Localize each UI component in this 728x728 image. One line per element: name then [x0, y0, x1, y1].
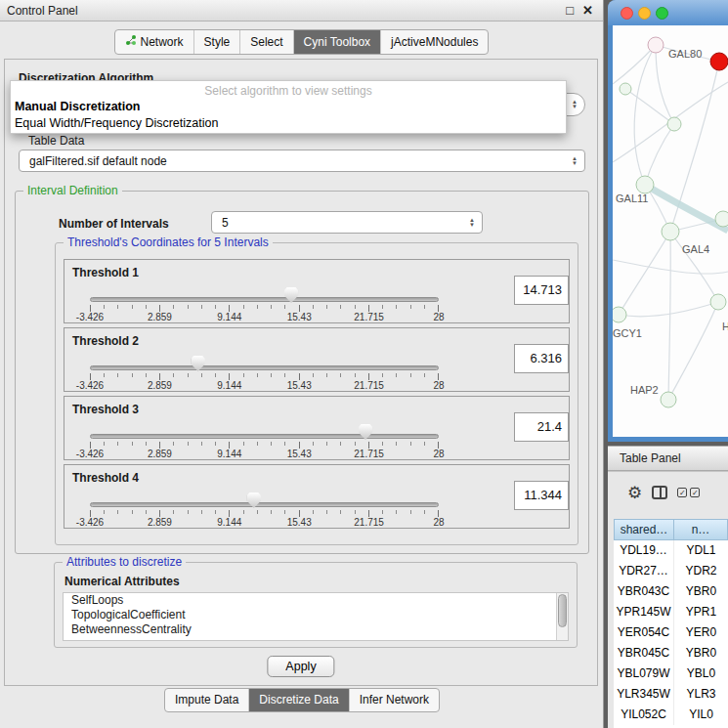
tab-style[interactable]: Style — [193, 30, 240, 54]
select-columns-icon[interactable]: ✓ ✓ — [677, 488, 700, 497]
node-gal4[interactable] — [662, 223, 679, 240]
close-icon[interactable]: ✕ — [582, 3, 593, 18]
slider-tick-labels: -3.4262.8599.14415.4321.71528 — [90, 517, 439, 529]
table-cell: YPR145W — [614, 602, 674, 622]
node[interactable] — [715, 211, 728, 227]
threshold-1-slider[interactable]: -3.4262.8599.14415.4321.71528 — [90, 287, 439, 322]
node-gal80[interactable] — [648, 37, 664, 53]
threshold-3-slider[interactable]: -3.4262.8599.14415.4321.71528 — [90, 424, 439, 459]
tick-label: 15.43 — [287, 380, 312, 391]
tick-label: -3.426 — [76, 312, 104, 322]
tab-network[interactable]: Network — [115, 30, 193, 54]
table-cell: YLR3 — [674, 684, 728, 705]
table-data-select[interactable]: galFiltered.sif default node ▲▼ — [19, 150, 585, 172]
slider-tick-labels: -3.4262.8599.14415.4321.71528 — [90, 449, 439, 460]
table-cell: YBR045C — [614, 643, 674, 664]
threshold-value-field[interactable]: 11.344 — [514, 481, 569, 510]
slider-track[interactable] — [90, 365, 439, 370]
node[interactable] — [620, 83, 631, 95]
slider-track[interactable] — [90, 502, 439, 507]
node[interactable] — [710, 294, 726, 310]
table-row[interactable]: YER054CYER0 — [614, 622, 728, 643]
threshold-label: Threshold 3 — [72, 403, 139, 416]
slider-track[interactable] — [90, 434, 439, 439]
bottom-tabbar: Impute Data Discretize Data Infer Networ… — [0, 688, 604, 712]
tab-infer-network[interactable]: Infer Network — [349, 689, 439, 711]
attribute-list-item[interactable]: SelfLoops — [64, 593, 568, 608]
table-cell: YDR27… — [614, 561, 674, 581]
columns-icon[interactable] — [652, 486, 667, 499]
table-row[interactable]: YBR043CYBR0 — [614, 581, 728, 602]
node-gcy1[interactable] — [613, 307, 626, 322]
combo-arrows-icon: ▲▼ — [466, 218, 482, 228]
node-gal11[interactable] — [636, 176, 654, 193]
minimize-button[interactable] — [638, 7, 651, 20]
numerical-attributes-label: Numerical Attributes — [64, 575, 180, 588]
threshold-label: Threshold 2 — [72, 334, 139, 348]
threshold-4-panel: Threshold 4 -3.4262.8599.14415.4321.7152… — [64, 464, 570, 529]
table-data-value: galFiltered.sif default node — [20, 154, 569, 168]
menu-item-manual-discretization[interactable]: Manual Discretization — [15, 100, 141, 113]
table-cell: YBL079W — [614, 664, 674, 684]
tab-label: jActiveMNodules — [391, 35, 478, 49]
slider-major-ticks — [90, 442, 439, 449]
threshold-value-field[interactable]: 21.4 — [514, 412, 569, 442]
tick-label: 9.144 — [217, 312, 241, 322]
column-header-shared-name[interactable]: shared… — [614, 519, 674, 540]
network-graph: GAL80 GAL11 GAL4 GCY1 HAP2 H — [613, 25, 728, 437]
node[interactable] — [667, 117, 681, 131]
apply-button[interactable]: Apply — [267, 656, 334, 677]
number-of-intervals-label: Number of Intervals — [59, 217, 169, 231]
table-data-label: Table Data — [28, 134, 84, 148]
slider-major-ticks — [90, 305, 439, 312]
column-header-name[interactable]: n… — [674, 519, 728, 540]
network-icon — [125, 34, 137, 49]
network-window-titlebar[interactable] — [608, 0, 728, 25]
node-hap2[interactable] — [661, 392, 676, 407]
number-of-intervals-select[interactable]: 5 ▲▼ — [211, 211, 483, 234]
tab-jactivemnodules[interactable]: jActiveMNodules — [380, 30, 488, 54]
node-selected-red[interactable] — [710, 53, 728, 70]
tab-cyni-toolbox[interactable]: Cyni Toolbox — [293, 30, 380, 54]
settings-gear-icon[interactable]: ⚙ — [627, 485, 642, 501]
menu-item-equal-width-frequency[interactable]: Equal Width/Frequency Discretization — [15, 116, 218, 130]
tick-label: 2.859 — [148, 517, 172, 528]
threshold-value-field[interactable]: 14.713 — [514, 276, 569, 305]
tab-discretize-data[interactable]: Discretize Data — [248, 689, 348, 711]
slider-track[interactable] — [90, 297, 439, 302]
algorithm-dropdown-popup: Select algorithm to view settings Manual… — [10, 80, 567, 134]
float-icon[interactable]: □ — [566, 3, 574, 18]
bottom-tab-group: Impute Data Discretize Data Infer Networ… — [164, 688, 440, 712]
table-cell: YER054C — [614, 622, 674, 643]
tick-label: 2.859 — [148, 449, 172, 459]
threshold-2-panel: Threshold 2 -3.4262.8599.14415.4321.7152… — [64, 327, 570, 392]
tick-label: -3.426 — [76, 449, 104, 459]
attribute-list-item[interactable]: BetweennessCentrality — [64, 622, 568, 637]
table-row[interactable]: YIL052CYIL0 — [614, 705, 728, 725]
close-button[interactable] — [621, 7, 633, 20]
tick-label: 28 — [433, 380, 444, 391]
table-row[interactable]: YPR145WYPR1 — [614, 602, 728, 622]
attribute-list-item[interactable]: TopologicalCoefficient — [64, 608, 568, 622]
table-toolbar: ⚙ ✓ ✓ — [608, 478, 728, 507]
table-row[interactable]: YBL079WYBL0 — [614, 664, 728, 684]
threshold-2-slider[interactable]: -3.4262.8599.14415.4321.71528 — [90, 356, 439, 391]
network-canvas[interactable]: GAL80 GAL11 GAL4 GCY1 HAP2 H — [613, 25, 728, 437]
table-row[interactable]: YBR045CYBR0 — [614, 643, 728, 664]
threshold-value-field[interactable]: 6.316 — [514, 344, 569, 373]
list-scrollbar[interactable] — [556, 593, 568, 640]
table-row[interactable]: YLR345WYLR3 — [614, 684, 728, 705]
node-label-truncated: H — [722, 321, 728, 332]
tab-select[interactable]: Select — [239, 30, 292, 54]
table-row[interactable]: YDR27…YDR2 — [614, 561, 728, 581]
scrollbar-thumb[interactable] — [558, 594, 567, 627]
slider-major-ticks — [90, 373, 439, 380]
attributes-list-items: SelfLoopsTopologicalCoefficientBetweenne… — [64, 593, 568, 637]
threshold-4-slider[interactable]: -3.4262.8599.14415.4321.71528 — [90, 492, 439, 528]
tab-impute-data[interactable]: Impute Data — [165, 689, 248, 711]
tab-label: Select — [250, 35, 282, 49]
table-panel-titlebar[interactable]: Table Panel — [608, 446, 728, 471]
zoom-button[interactable] — [656, 7, 668, 20]
table-row[interactable]: YDL19…YDL1 — [614, 540, 728, 561]
tick-label: 21.715 — [354, 312, 384, 322]
